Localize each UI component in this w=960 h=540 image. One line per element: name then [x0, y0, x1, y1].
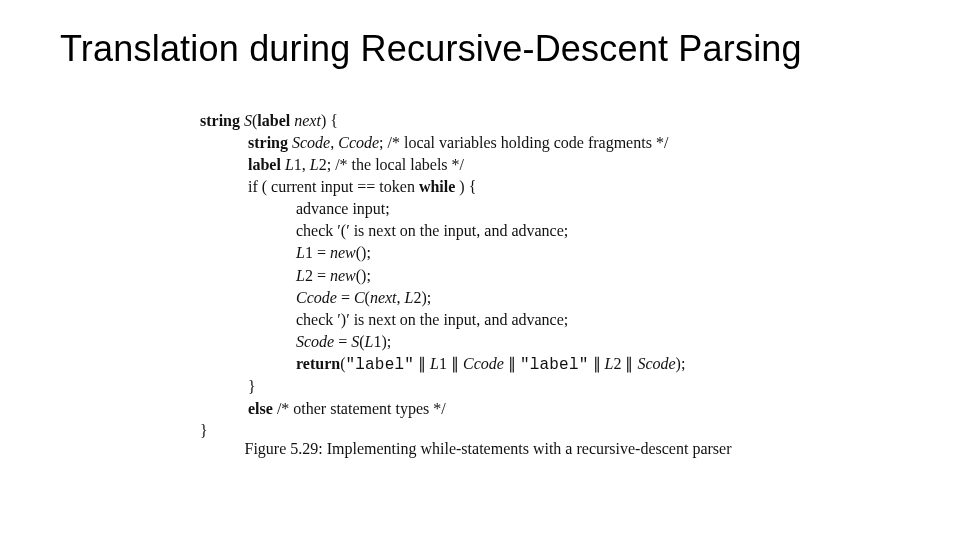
code-line: } — [200, 420, 685, 442]
kw-label: label — [248, 156, 281, 173]
text: ) { — [321, 112, 338, 129]
text: (); — [356, 244, 371, 261]
text: = — [334, 333, 351, 350]
text: = — [337, 289, 354, 306]
var-ccode: Ccode — [296, 289, 337, 306]
concat: ∥ — [589, 355, 605, 372]
code-line: if ( current input == token while ) { — [248, 176, 685, 198]
fn-C: C — [354, 289, 365, 306]
code-line: string S(label next) { — [200, 110, 685, 132]
figure-caption: Figure 5.29: Implementing while-statemen… — [188, 440, 788, 458]
text: ); — [676, 355, 686, 372]
code-line: L1 = new(); — [296, 242, 685, 264]
brace-close: } — [200, 422, 208, 439]
concat: 2 ∥ — [613, 355, 637, 372]
code-line: string Scode, Ccode; /* local variables … — [248, 132, 685, 154]
document-page: Translation during Recursive-Descent Par… — [0, 0, 960, 540]
code-line: advance input; — [296, 198, 685, 220]
var-ccode: Ccode — [338, 134, 379, 151]
kw-string: string — [200, 112, 240, 129]
var-L: L — [296, 244, 305, 261]
kw-return: return — [296, 355, 340, 372]
text: 1 = — [305, 244, 330, 261]
var-ccode: Ccode — [463, 355, 504, 372]
comment: 2; /* the local labels */ — [319, 156, 464, 173]
code-line: check ′)′ is next on the input, and adva… — [296, 309, 685, 331]
concat: ∥ — [504, 355, 520, 372]
text: 1); — [373, 333, 391, 350]
var-scode: Scode — [296, 333, 334, 350]
code-line: return("label" ∥ L1 ∥ Ccode ∥ "label" ∥ … — [296, 353, 685, 376]
code-line: Scode = S(L1); — [296, 331, 685, 353]
kw-while: while — [419, 178, 455, 195]
comment: ; /* local variables holding code fragme… — [379, 134, 668, 151]
code-block: string S(label next) { string Scode, Cco… — [200, 110, 685, 442]
arg-next: next — [370, 289, 397, 306]
code-line: Ccode = C(next, L2); — [296, 287, 685, 309]
fn-new: new — [330, 244, 356, 261]
fn-new: new — [330, 267, 356, 284]
concat: 1 ∥ — [439, 355, 463, 372]
str-label: "label" — [520, 356, 589, 374]
kw-else: else — [248, 400, 273, 417]
text: ) { — [455, 178, 476, 195]
var-scode: Scode — [637, 355, 675, 372]
page-title: Translation during Recursive-Descent Par… — [60, 28, 802, 70]
code-line: check ′(′ is next on the input, and adva… — [296, 220, 685, 242]
text: 2); — [413, 289, 431, 306]
text: 2 = — [305, 267, 330, 284]
var-L: L — [310, 156, 319, 173]
concat: ∥ — [414, 355, 430, 372]
param-next: next — [290, 112, 321, 129]
text: if ( current input == token — [248, 178, 419, 195]
var-L: L — [281, 156, 294, 173]
text: , — [397, 289, 405, 306]
var-L: L — [296, 267, 305, 284]
code-line: label L1, L2; /* the local labels */ — [248, 154, 685, 176]
text: (); — [356, 267, 371, 284]
text: check ′(′ is next on the input, and adva… — [296, 222, 568, 239]
code-line: else /* other statement types */ — [248, 398, 685, 420]
var-L: L — [430, 355, 439, 372]
code-line: } — [248, 376, 685, 398]
var-scode: Scode — [288, 134, 330, 151]
text: check ′)′ is next on the input, and adva… — [296, 311, 568, 328]
text: 1, — [294, 156, 310, 173]
comment: /* other statement types */ — [273, 400, 446, 417]
text: advance input; — [296, 200, 390, 217]
kw-label: label — [257, 112, 290, 129]
kw-string: string — [248, 134, 288, 151]
code-line: L2 = new(); — [296, 265, 685, 287]
fn-S: S — [240, 112, 252, 129]
brace-close: } — [248, 378, 256, 395]
text: , — [330, 134, 338, 151]
str-label: "label" — [345, 356, 414, 374]
